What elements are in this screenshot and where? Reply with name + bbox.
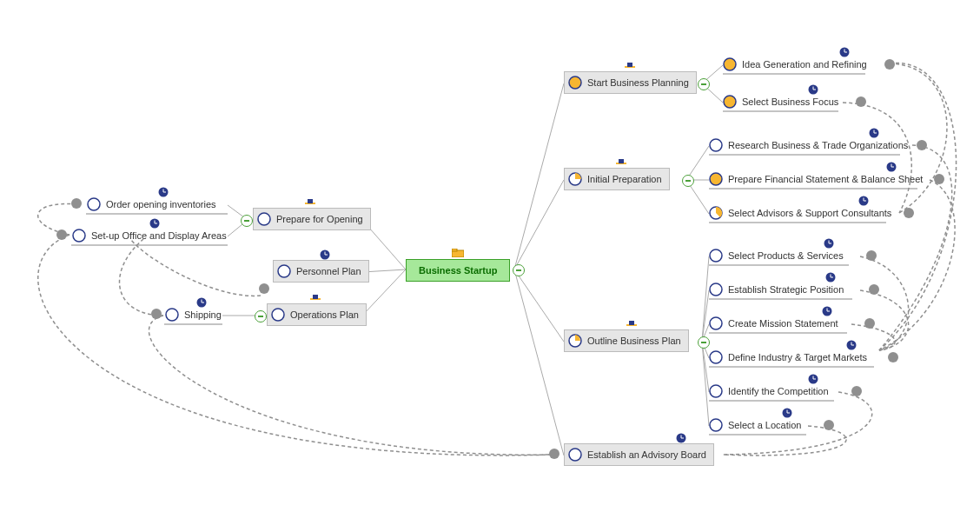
clock-icon [158,187,169,197]
leaf-order-inventories[interactable]: Order opening inventories [87,197,216,211]
leaf-label: Research Business & Trade Organizations [728,140,908,150]
leaf-location[interactable]: Select a Location [709,418,801,432]
svg-point-78 [710,351,722,363]
svg-line-12 [702,256,709,342]
leaf-label: Select Advisors & Support Consultants [728,208,891,218]
node-start-planning[interactable]: Start Business Planning [564,71,697,94]
leaf-select-products[interactable]: Select Products & Services [709,249,844,263]
link-dot [851,386,862,396]
leaf-shipping[interactable]: Shipping [165,308,222,322]
progress-none-icon [709,283,723,296]
leaf-label: Select a Location [728,420,801,430]
progress-none-icon [709,418,723,432]
svg-rect-65 [629,321,634,325]
progress-none-icon [277,264,291,278]
leaf-label: Select Products & Services [728,250,844,261]
svg-line-1 [514,180,564,269]
node-label: Outline Business Plan [587,336,681,346]
node-operations-plan[interactable]: Operations Plan [267,303,367,326]
node-label: Establish an Advisory Board [587,449,706,460]
node-initial-prep[interactable]: Initial Preparation [564,168,670,190]
hat-icon [626,321,638,328]
progress-partial-icon [568,172,582,186]
svg-point-86 [710,419,722,431]
hat-icon [624,63,636,70]
folder-icon [452,249,464,257]
link-dot [884,59,895,70]
svg-point-74 [710,317,722,329]
svg-point-55 [710,173,722,185]
leaf-label: Identify the Competition [728,386,829,396]
progress-full-icon [723,95,737,109]
leaf-setup-office[interactable]: Set-up Office and Display Areas [72,229,227,243]
link-dot [866,250,877,261]
node-label: Prepare for Opening [276,214,363,224]
link-dot [869,284,879,295]
clock-icon [808,84,818,95]
link-dot [917,140,927,150]
clock-icon [782,408,792,418]
clock-icon [149,218,160,229]
leaf-financial-statement[interactable]: Prepare Financial Statement & Balance Sh… [709,172,923,186]
node-personnel-plan[interactable]: Personnel Plan [273,260,369,283]
svg-line-3 [514,269,564,455]
collapse-icon[interactable] [698,336,710,349]
svg-point-109 [272,309,284,321]
leaf-strategic-position[interactable]: Establish Strategic Position [709,283,844,296]
progress-none-icon [709,350,723,364]
leaf-label: Set-up Office and Display Areas [91,230,227,241]
progress-none-icon [709,138,723,152]
collapse-icon[interactable] [241,215,253,227]
link-dot [864,318,875,329]
svg-rect-96 [308,199,313,203]
leaf-research-orgs[interactable]: Research Business & Trade Organizations [709,138,908,152]
leaf-select-focus[interactable]: Select Business Focus [723,95,838,109]
collapse-icon[interactable] [255,310,267,322]
leaf-label: Order opening inventories [106,199,216,209]
hat-icon [309,295,321,302]
svg-point-97 [88,198,100,210]
svg-line-2 [514,269,564,342]
svg-point-70 [710,283,722,296]
progress-none-icon [709,316,723,330]
clock-icon [846,340,857,350]
node-outline-plan[interactable]: Outline Business Plan [564,329,689,352]
svg-point-51 [710,139,722,151]
clock-icon [839,47,850,57]
root-node[interactable]: Business Startup [406,259,510,282]
link-dot [934,174,944,184]
link-dot [71,198,82,209]
leaf-mission-statement[interactable]: Create Mission Statement [709,316,838,330]
progress-partial-icon [709,206,723,220]
node-label: Operations Plan [290,309,359,320]
svg-rect-39 [627,63,632,67]
collapse-icon[interactable] [513,264,525,276]
svg-line-17 [702,342,709,426]
link-dot [151,309,162,319]
link-dot [259,283,269,294]
progress-partial-icon [568,334,582,348]
node-prepare-opening[interactable]: Prepare for Opening [253,208,371,230]
clock-icon [886,162,897,172]
collapse-icon[interactable] [698,78,710,90]
hat-icon [615,159,627,166]
node-advisory-board[interactable]: Establish an Advisory Board [564,443,714,466]
progress-none-icon [72,229,86,243]
leaf-label: Select Business Focus [742,96,838,107]
link-dot [824,420,834,430]
leaf-idea-generation[interactable]: Idea Generation and Refining [723,57,867,71]
svg-rect-111 [313,295,318,299]
leaf-define-industry[interactable]: Define Industry & Target Markets [709,350,867,364]
progress-none-icon [165,308,179,322]
svg-point-37 [569,76,581,89]
collapse-icon[interactable] [682,175,694,187]
link-dot [888,352,898,362]
leaf-label: Shipping [184,309,222,320]
leaf-select-advisors[interactable]: Select Advisors & Support Consultants [709,206,891,220]
progress-none-icon [709,384,723,398]
link-dot [904,208,914,218]
leaf-competition[interactable]: Identify the Competition [709,384,829,398]
leaf-label: Establish Strategic Position [728,284,844,295]
clock-icon [858,196,869,206]
svg-line-0 [514,83,564,269]
